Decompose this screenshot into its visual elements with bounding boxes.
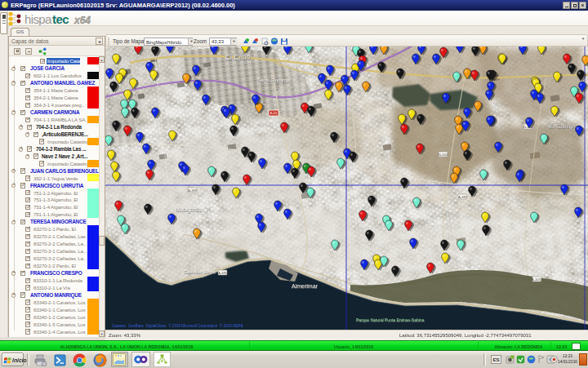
svg-text:A-389: A-389: [188, 188, 197, 193]
svg-text:Santo Domingo: Santo Domingo: [257, 78, 292, 82]
svg-text:El Campo: El Campo: [549, 122, 578, 130]
svg-text:x64: x64: [74, 15, 91, 26]
svg-text:E-15: E-15: [270, 111, 278, 115]
svg-text:El Ejido: El Ejido: [225, 53, 251, 61]
svg-text:Matagorda: Matagorda: [176, 206, 201, 213]
svg-text:Parque Natural Punta Entinas-S: Parque Natural Punta Entinas-Sabina: [356, 317, 425, 322]
svg-text:N-340: N-340: [439, 153, 448, 157]
svg-text:A-1030: A-1030: [532, 277, 543, 282]
svg-text:Almerimar: Almerimar: [292, 283, 318, 289]
svg-text:tec: tec: [52, 12, 69, 26]
svg-text:Guardias Viejas: Guardias Viejas: [184, 269, 216, 274]
svg-text:A-389: A-389: [218, 271, 227, 275]
svg-text:Catastro GeoBase DigitalGlob: Catastro GeoBase DigitalGlobe © 2016 Mic…: [112, 323, 243, 328]
svg-text:A-389: A-389: [458, 195, 467, 199]
svg-text:hispa: hispa: [24, 12, 52, 26]
